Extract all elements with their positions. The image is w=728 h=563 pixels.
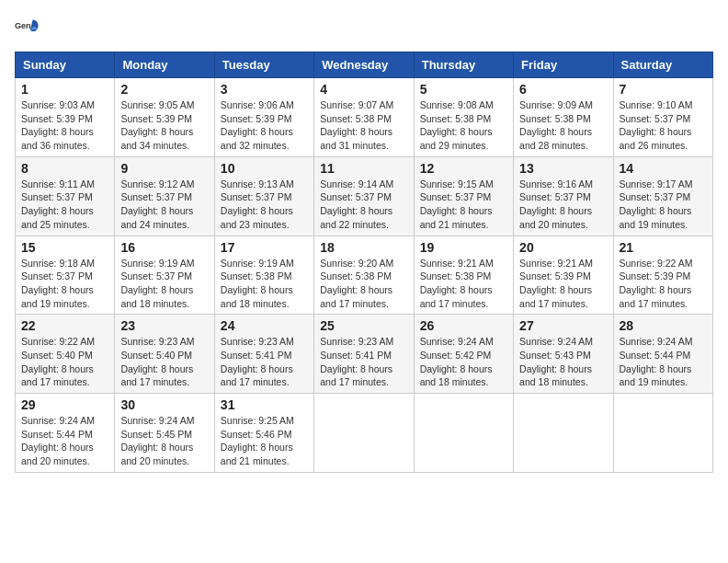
- calendar-cell: 13 Sunrise: 9:16 AMSunset: 5:37 PMDaylig…: [514, 156, 613, 236]
- day-of-week-header: Saturday: [613, 52, 712, 78]
- day-detail: Sunrise: 9:24 AMSunset: 5:44 PMDaylight:…: [21, 415, 95, 466]
- day-number: 28: [620, 318, 707, 333]
- day-detail: Sunrise: 9:13 AMSunset: 5:37 PMDaylight:…: [221, 178, 294, 230]
- day-number: 8: [21, 161, 108, 176]
- calendar-cell: 12 Sunrise: 9:15 AMSunset: 5:37 PMDaylig…: [414, 156, 513, 236]
- calendar-cell: 3 Sunrise: 9:06 AMSunset: 5:39 PMDayligh…: [214, 78, 313, 157]
- day-number: 7: [620, 82, 707, 97]
- calendar-cell: 14 Sunrise: 9:17 AMSunset: 5:37 PMDaylig…: [613, 156, 712, 236]
- day-number: 17: [221, 240, 308, 255]
- day-detail: Sunrise: 9:03 AMSunset: 5:39 PMDaylight:…: [21, 99, 95, 151]
- day-detail: Sunrise: 9:22 AMSunset: 5:40 PMDaylight:…: [21, 336, 95, 387]
- calendar-cell: 6 Sunrise: 9:09 AMSunset: 5:38 PMDayligh…: [514, 78, 613, 157]
- calendar-cell: 30 Sunrise: 9:24 AMSunset: 5:45 PMDaylig…: [115, 394, 214, 473]
- day-number: 30: [120, 397, 208, 412]
- day-detail: Sunrise: 9:08 AMSunset: 5:38 PMDaylight:…: [420, 99, 494, 151]
- day-of-week-header: Thursday: [414, 52, 513, 78]
- day-number: 19: [420, 240, 507, 255]
- day-detail: Sunrise: 9:23 AMSunset: 5:40 PMDaylight:…: [120, 336, 194, 387]
- day-of-week-header: Friday: [514, 52, 613, 78]
- day-detail: Sunrise: 9:07 AMSunset: 5:38 PMDaylight:…: [320, 99, 393, 151]
- day-number: 27: [519, 318, 607, 333]
- calendar-cell: [314, 394, 414, 473]
- calendar-cell: 5 Sunrise: 9:08 AMSunset: 5:38 PMDayligh…: [414, 78, 513, 157]
- calendar-cell: 4 Sunrise: 9:07 AMSunset: 5:38 PMDayligh…: [314, 78, 414, 157]
- day-number: 24: [221, 318, 308, 333]
- day-number: 5: [420, 82, 507, 97]
- calendar-cell: [514, 394, 613, 473]
- day-number: 13: [519, 161, 607, 176]
- day-number: 25: [320, 318, 407, 333]
- day-of-week-header: Monday: [115, 52, 214, 78]
- day-detail: Sunrise: 9:23 AMSunset: 5:41 PMDaylight:…: [221, 336, 294, 387]
- calendar-cell: 25 Sunrise: 9:23 AMSunset: 5:41 PMDaylig…: [314, 315, 414, 394]
- day-detail: Sunrise: 9:23 AMSunset: 5:41 PMDaylight:…: [320, 336, 393, 387]
- day-detail: Sunrise: 9:14 AMSunset: 5:37 PMDaylight:…: [320, 178, 393, 230]
- day-number: 14: [620, 161, 707, 176]
- day-number: 1: [21, 82, 108, 97]
- calendar-cell: [613, 394, 712, 473]
- day-detail: Sunrise: 9:25 AMSunset: 5:46 PMDaylight:…: [221, 415, 294, 466]
- calendar-cell: 19 Sunrise: 9:21 AMSunset: 5:38 PMDaylig…: [414, 236, 513, 315]
- day-detail: Sunrise: 9:06 AMSunset: 5:39 PMDaylight:…: [221, 99, 294, 151]
- day-number: 2: [120, 82, 208, 97]
- day-detail: Sunrise: 9:19 AMSunset: 5:38 PMDaylight:…: [221, 258, 294, 309]
- header: Gen: [15, 15, 713, 40]
- calendar-cell: 18 Sunrise: 9:20 AMSunset: 5:38 PMDaylig…: [314, 236, 414, 315]
- day-number: 6: [519, 82, 607, 97]
- day-detail: Sunrise: 9:09 AMSunset: 5:38 PMDaylight:…: [519, 99, 593, 151]
- day-number: 12: [420, 161, 507, 176]
- day-number: 9: [120, 161, 208, 176]
- day-detail: Sunrise: 9:24 AMSunset: 5:44 PMDaylight:…: [620, 336, 693, 387]
- calendar-cell: 17 Sunrise: 9:19 AMSunset: 5:38 PMDaylig…: [214, 236, 313, 315]
- calendar-table: SundayMondayTuesdayWednesdayThursdayFrid…: [15, 52, 713, 473]
- calendar-cell: 2 Sunrise: 9:05 AMSunset: 5:39 PMDayligh…: [115, 78, 214, 157]
- day-number: 22: [21, 318, 108, 333]
- day-number: 3: [221, 82, 308, 97]
- day-number: 11: [320, 161, 407, 176]
- day-number: 20: [519, 240, 607, 255]
- day-number: 4: [320, 82, 407, 97]
- day-number: 15: [21, 240, 108, 255]
- day-number: 21: [620, 240, 707, 255]
- day-of-week-header: Wednesday: [314, 52, 414, 78]
- calendar-cell: 8 Sunrise: 9:11 AMSunset: 5:37 PMDayligh…: [16, 156, 115, 236]
- calendar-cell: 15 Sunrise: 9:18 AMSunset: 5:37 PMDaylig…: [16, 236, 115, 315]
- day-detail: Sunrise: 9:10 AMSunset: 5:37 PMDaylight:…: [620, 99, 693, 151]
- day-detail: Sunrise: 9:12 AMSunset: 5:37 PMDaylight:…: [120, 178, 194, 230]
- calendar-cell: 10 Sunrise: 9:13 AMSunset: 5:37 PMDaylig…: [214, 156, 313, 236]
- calendar-cell: 24 Sunrise: 9:23 AMSunset: 5:41 PMDaylig…: [214, 315, 313, 394]
- day-detail: Sunrise: 9:16 AMSunset: 5:37 PMDaylight:…: [519, 178, 593, 230]
- day-detail: Sunrise: 9:15 AMSunset: 5:37 PMDaylight:…: [420, 178, 494, 230]
- day-detail: Sunrise: 9:18 AMSunset: 5:37 PMDaylight:…: [21, 258, 95, 309]
- day-detail: Sunrise: 9:11 AMSunset: 5:37 PMDaylight:…: [21, 178, 95, 230]
- calendar-cell: 20 Sunrise: 9:21 AMSunset: 5:39 PMDaylig…: [514, 236, 613, 315]
- calendar-cell: 7 Sunrise: 9:10 AMSunset: 5:37 PMDayligh…: [613, 78, 712, 157]
- day-detail: Sunrise: 9:21 AMSunset: 5:38 PMDaylight:…: [420, 258, 494, 309]
- day-number: 10: [221, 161, 308, 176]
- calendar-cell: 16 Sunrise: 9:19 AMSunset: 5:37 PMDaylig…: [115, 236, 214, 315]
- day-of-week-header: Tuesday: [214, 52, 313, 78]
- logo-icon: Gen: [15, 15, 40, 40]
- day-number: 23: [120, 318, 208, 333]
- calendar-cell: 23 Sunrise: 9:23 AMSunset: 5:40 PMDaylig…: [115, 315, 214, 394]
- day-detail: Sunrise: 9:24 AMSunset: 5:43 PMDaylight:…: [519, 336, 593, 387]
- logo: Gen: [15, 15, 44, 40]
- calendar-cell: 31 Sunrise: 9:25 AMSunset: 5:46 PMDaylig…: [214, 394, 313, 473]
- day-detail: Sunrise: 9:21 AMSunset: 5:39 PMDaylight:…: [519, 258, 593, 309]
- day-detail: Sunrise: 9:24 AMSunset: 5:42 PMDaylight:…: [420, 336, 494, 387]
- calendar-cell: 22 Sunrise: 9:22 AMSunset: 5:40 PMDaylig…: [16, 315, 115, 394]
- day-detail: Sunrise: 9:17 AMSunset: 5:37 PMDaylight:…: [620, 178, 693, 230]
- day-number: 29: [21, 397, 108, 412]
- calendar-cell: 27 Sunrise: 9:24 AMSunset: 5:43 PMDaylig…: [514, 315, 613, 394]
- calendar-cell: 9 Sunrise: 9:12 AMSunset: 5:37 PMDayligh…: [115, 156, 214, 236]
- day-of-week-header: Sunday: [16, 52, 115, 78]
- day-number: 16: [120, 240, 208, 255]
- day-number: 31: [221, 397, 308, 412]
- day-detail: Sunrise: 9:24 AMSunset: 5:45 PMDaylight:…: [120, 415, 194, 466]
- calendar-cell: 26 Sunrise: 9:24 AMSunset: 5:42 PMDaylig…: [414, 315, 513, 394]
- day-detail: Sunrise: 9:05 AMSunset: 5:39 PMDaylight:…: [120, 99, 194, 151]
- calendar-cell: [414, 394, 513, 473]
- calendar-cell: 29 Sunrise: 9:24 AMSunset: 5:44 PMDaylig…: [16, 394, 115, 473]
- day-number: 26: [420, 318, 507, 333]
